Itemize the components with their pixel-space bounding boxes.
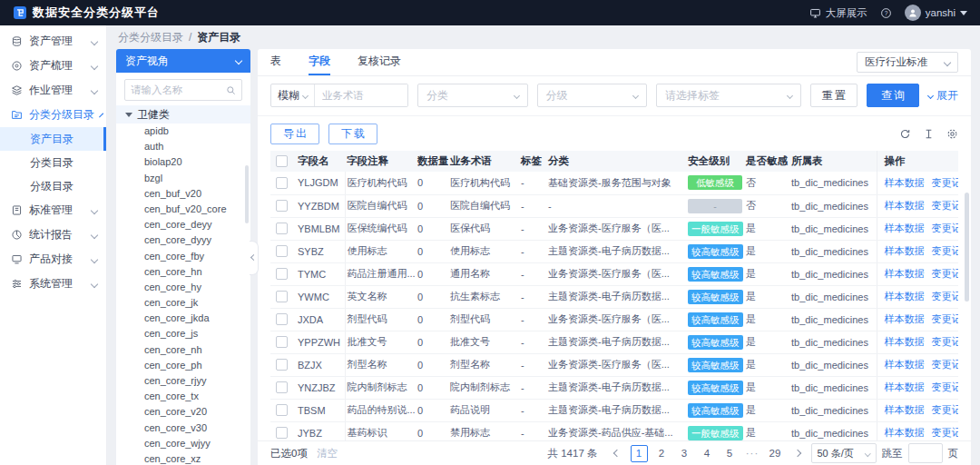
screen-share-button[interactable]: 大屏展示 <box>809 6 867 20</box>
tree-node[interactable]: biolap20 <box>116 154 250 170</box>
industry-standard-select[interactable]: 医疗行业标准 <box>857 52 958 73</box>
sample-data-link[interactable]: 样本数据 <box>885 200 925 211</box>
help-button[interactable]: ? <box>880 7 892 19</box>
change-record-link[interactable]: 变更记录 <box>932 177 959 188</box>
change-record-link[interactable]: 变更记录 <box>932 336 959 347</box>
tree-node[interactable]: apidb <box>116 124 250 139</box>
tree-node[interactable]: cen_buf_v20 <box>116 186 250 202</box>
sidebar-item-asset-mgmt[interactable]: 资产管理 <box>0 29 106 54</box>
tab[interactable]: 字段 <box>309 49 330 75</box>
sample-data-link[interactable]: 样本数据 <box>885 223 925 233</box>
row-checkbox[interactable] <box>276 359 288 371</box>
sidebar-item-class-catalog[interactable]: 分类分级目录 <box>0 103 106 127</box>
tree-node[interactable]: cen_core_ph <box>116 358 250 373</box>
tree-node[interactable]: cen_core_tx <box>116 389 250 404</box>
row-checkbox[interactable] <box>276 223 288 234</box>
tree-node[interactable]: cen_core_v20 <box>116 404 250 420</box>
sidebar-subitem[interactable]: 分类目录 <box>0 151 106 174</box>
sample-data-link[interactable]: 样本数据 <box>885 245 925 256</box>
tree-node[interactable]: bzgl <box>116 171 250 186</box>
prev-page-button[interactable] <box>609 445 625 461</box>
row-checkbox[interactable] <box>276 313 288 325</box>
page-size-select[interactable]: 50 条/页 <box>811 443 877 463</box>
sample-data-link[interactable]: 样本数据 <box>885 359 925 370</box>
expand-filters-link[interactable]: 展开 <box>928 88 958 104</box>
row-checkbox[interactable] <box>276 427 288 439</box>
tree-node[interactable]: cen_core_jkda <box>116 311 250 326</box>
change-record-link[interactable]: 变更记录 <box>932 404 959 415</box>
tree-node[interactable]: cen_core_jk <box>116 295 250 311</box>
density-icon[interactable] <box>923 128 935 140</box>
tree-node[interactable]: cen_core_wjyy <box>116 436 250 451</box>
tree-node[interactable]: cen_core_dyyy <box>116 232 250 248</box>
sample-data-link[interactable]: 样本数据 <box>885 268 925 279</box>
change-record-link[interactable]: 变更记录 <box>932 200 959 211</box>
sidebar-item-stats-report[interactable]: 统计报告 <box>0 223 106 247</box>
select-all-checkbox[interactable] <box>276 155 288 167</box>
tab[interactable]: 复核记录 <box>358 49 401 75</box>
tree-search-input[interactable] <box>131 84 226 95</box>
panel-collapse-handle[interactable] <box>250 241 259 275</box>
tree-node[interactable]: cen_core_fby <box>116 249 250 264</box>
row-checkbox[interactable] <box>276 177 288 189</box>
sample-data-link[interactable]: 样本数据 <box>885 381 925 392</box>
row-checkbox[interactable] <box>276 200 288 212</box>
change-record-link[interactable]: 变更记录 <box>932 291 959 302</box>
breadcrumb-parent[interactable]: 分类分级目录 <box>118 30 183 45</box>
tree-node[interactable]: cen_buf_v20_core <box>116 202 250 217</box>
export-button[interactable]: 导出 <box>270 124 319 144</box>
reset-button[interactable]: 重置 <box>810 84 858 107</box>
row-checkbox[interactable] <box>276 245 288 257</box>
change-record-link[interactable]: 变更记录 <box>932 245 959 256</box>
refresh-icon[interactable] <box>899 128 911 140</box>
row-checkbox[interactable] <box>276 291 288 302</box>
tree-node[interactable]: cen_core_hy <box>116 280 250 295</box>
column-settings-icon[interactable] <box>946 128 958 140</box>
sidebar-item-asset-comb[interactable]: 资产梳理 <box>0 54 106 78</box>
sidebar-subitem[interactable]: 资产目录 <box>0 127 106 151</box>
change-record-link[interactable]: 变更记录 <box>932 427 959 438</box>
tree-node[interactable]: cen_core_rjyy <box>116 373 250 389</box>
user-menu[interactable]: yanshi <box>905 5 967 21</box>
pagination-page[interactable]: 2 <box>653 445 671 462</box>
tree-node[interactable]: auth <box>116 139 250 154</box>
sample-data-link[interactable]: 样本数据 <box>885 404 925 415</box>
sample-data-link[interactable]: 样本数据 <box>885 291 925 302</box>
table-scrollbar[interactable] <box>965 193 969 302</box>
row-checkbox[interactable] <box>276 404 288 416</box>
sidebar-subitem[interactable]: 分级目录 <box>0 174 106 198</box>
change-record-link[interactable]: 变更记录 <box>932 268 959 279</box>
row-checkbox[interactable] <box>276 336 288 348</box>
change-record-link[interactable]: 变更记录 <box>932 381 959 392</box>
clear-selection-link[interactable]: 清空 <box>317 447 338 460</box>
sample-data-link[interactable]: 样本数据 <box>885 336 925 347</box>
pagination-page[interactable]: 3 <box>676 445 693 462</box>
download-button[interactable]: 下载 <box>328 124 377 144</box>
tag-filter-select[interactable]: 请选择标签 <box>656 84 801 107</box>
pagination-page[interactable]: 1 <box>631 445 648 462</box>
term-filter-input[interactable] <box>315 84 407 106</box>
sample-data-link[interactable]: 样本数据 <box>885 177 925 188</box>
level-filter-select[interactable]: 分级 <box>537 84 648 107</box>
jump-page-input[interactable] <box>908 443 943 463</box>
row-checkbox[interactable] <box>276 268 288 280</box>
tree-node[interactable]: cen_core_nh <box>116 342 250 358</box>
tree-node[interactable]: cen_core_v30 <box>116 420 250 436</box>
query-button[interactable]: 查询 <box>867 84 919 107</box>
sample-data-link[interactable]: 样本数据 <box>885 313 925 324</box>
sidebar-item-system-mgmt[interactable]: 系统管理 <box>0 272 106 296</box>
match-mode-select[interactable]: 模糊 <box>271 84 315 106</box>
tab[interactable]: 表 <box>270 49 281 75</box>
tree-view-select[interactable]: 资产视角 <box>116 49 250 73</box>
pagination-page[interactable]: 4 <box>699 445 716 462</box>
sidebar-item-job-mgmt[interactable]: 作业管理 <box>0 78 106 103</box>
next-page-button[interactable] <box>789 445 806 461</box>
tree-scrollbar[interactable] <box>245 165 249 223</box>
change-record-link[interactable]: 变更记录 <box>932 223 959 233</box>
tree-root-node[interactable]: 卫健类 <box>116 105 250 124</box>
sidebar-item-product-connect[interactable]: 产品对接 <box>0 247 106 272</box>
tree-node[interactable]: cen_core_js <box>116 326 250 341</box>
category-filter-select[interactable]: 分类 <box>417 84 528 107</box>
tree-node[interactable]: cen_core_deyy <box>116 217 250 232</box>
pagination-page[interactable]: 5 <box>721 445 739 462</box>
